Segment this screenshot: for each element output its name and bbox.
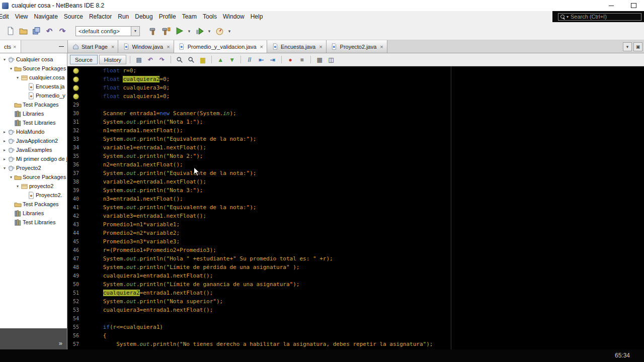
menu-navigate[interactable]: Navigate [31,12,60,22]
line-number[interactable]: 37 [67,169,83,177]
line-number[interactable]: 42 [67,212,83,220]
line-number[interactable]: 38 [67,177,83,186]
tab-close-icon[interactable]: × [260,44,263,50]
code-line[interactable]: 31 System.out.println("Nota 1:"); [67,118,644,126]
tree-expander-icon[interactable]: ▾ [9,66,14,71]
code-line[interactable]: 48 System.out.println("Límite de pérdida… [67,263,644,272]
code-line[interactable]: 35 System.out.println("Nota 2:"); [67,152,644,160]
line-number[interactable]: 56 [67,331,83,340]
code-line[interactable]: 38 variable2=entrada1.nextFloat(); [67,177,644,186]
tree-item-test-libraries[interactable]: Test Libraries [0,118,67,127]
tree-item-source-packages[interactable]: ▾Source Packages [0,64,67,73]
line-number[interactable]: 34 [67,143,83,152]
code-line[interactable]: 44 Promedio2=n2*variable2; [67,229,644,237]
clean-build-project-icon[interactable] [160,25,172,37]
menu-team[interactable]: Team [179,12,200,22]
code-line[interactable]: float r=0; [67,66,644,75]
code-line[interactable]: 40 n3=entrada1.nextFloat(); [67,195,644,203]
tree-expander-icon[interactable]: ▸ [2,148,7,152]
menu-profile[interactable]: Profile [156,12,179,22]
tree-item-javaapplication2[interactable]: ▸JavaApplication2 [0,136,67,145]
line-number[interactable]: 35 [67,152,83,160]
split-document-icon[interactable]: ◫ [326,55,336,65]
menu-window[interactable]: Window [220,12,248,22]
code-line[interactable]: 53 cualquiera3=entrada1.nextFloat(); [67,306,644,314]
tree-expander-icon[interactable]: ▾ [2,166,7,170]
minimize-window-button[interactable] [608,2,615,9]
code-line[interactable]: 39 System.out.println("Nota 3:"); [67,186,644,195]
code-line[interactable]: 52 System.out.println("Nota superior"); [67,297,644,306]
line-number[interactable]: 36 [67,160,83,169]
line-number[interactable]: 30 [67,109,83,118]
tab-promedio-y-validacion-java[interactable]: Promedio_y_validacion.java× [174,40,267,53]
line-number[interactable]: 32 [67,126,83,135]
profile-project-icon[interactable] [213,25,225,37]
back-icon[interactable]: ↶ [145,55,155,65]
tree-item-mi-primer-codigo-de-jav[interactable]: ▸Mi primer codigo de jav [0,154,67,163]
line-number[interactable]: 52 [67,297,83,306]
tree-item-holamundo[interactable]: ▸HolaMundo [0,127,67,136]
code-line[interactable]: 55 if(r<=cualquiera1) [67,323,644,331]
menu-view[interactable]: View [12,12,31,22]
maximize-window-button[interactable] [630,2,637,9]
menu-run[interactable]: Run [115,12,132,22]
tree-item-javaexamples[interactable]: ▸JavaExamples [0,145,67,154]
tab-start-page[interactable]: Start Page× [68,40,118,53]
insert-code-icon[interactable]: ▦ [314,55,325,65]
line-number[interactable]: 33 [67,135,83,143]
build-project-icon[interactable] [147,25,159,37]
last-edited-position-icon[interactable]: ▤ [134,55,144,65]
code-line[interactable]: 57 System.out.println("No tienes derecho… [67,340,644,348]
line-number[interactable]: 44 [67,229,83,237]
tab-proyecto2-java[interactable]: Proyecto2.java× [327,40,387,53]
find-occurrences-icon[interactable] [186,55,196,65]
tree-expander-icon[interactable]: ▾ [15,75,20,80]
tab-close-icon[interactable]: × [111,44,114,50]
history-view-button[interactable]: History [99,55,126,64]
warning-annotation-icon[interactable] [67,66,83,75]
new-file-icon[interactable] [4,25,16,37]
warning-annotation-icon[interactable] [67,92,83,101]
menu-debug[interactable]: Debug [132,12,155,22]
tree-item-libraries[interactable]: Libraries [0,109,67,118]
tree-expander-icon[interactable]: ▾ [9,175,14,179]
forward-icon[interactable]: ↷ [157,55,167,65]
tree-item-cualquier-cosa[interactable]: ▾cualquier.cosa [0,73,67,82]
line-number[interactable]: 57 [67,340,83,348]
line-number[interactable]: 39 [67,186,83,195]
profile-dropdown-icon[interactable]: ▾ [226,25,232,37]
find-selection-icon[interactable] [175,55,185,65]
tree-item-test-packages[interactable]: Test Packages [0,100,67,109]
tree-item-promedio-y[interactable]: Promedio_y [0,91,67,100]
code-line[interactable]: 41 System.out.println("Equivalente de la… [67,203,644,212]
tree-item-proyecto2[interactable]: ▾proyecto2 [0,182,67,191]
line-number[interactable]: 31 [67,118,83,126]
line-number[interactable]: 48 [67,263,83,272]
open-project-icon[interactable] [17,25,29,37]
line-number[interactable]: 50 [67,280,83,289]
tree-expander-icon[interactable]: ▾ [2,57,7,62]
tab-close-icon[interactable]: × [319,44,322,50]
tab-list-button[interactable]: ▾ [623,42,632,51]
tree-item-proyecto2[interactable]: Proyecto2. [0,191,67,200]
line-number[interactable]: 46 [67,246,83,254]
shift-left-icon[interactable]: ⇤ [256,55,266,65]
code-line[interactable]: 47 System.out.println("Hola " +estudiant… [67,254,644,263]
tree-item-proyecto2[interactable]: ▾Proyecto2 [0,163,67,172]
tree-item-test-packages[interactable]: Test Packages [0,200,67,209]
code-line[interactable]: 37 System.out.println("Equivalente de la… [67,169,644,177]
tree-item-source-packages[interactable]: ▾Source Packages [0,172,67,182]
previous-occurrence-icon[interactable]: ▲ [215,55,225,65]
code-line[interactable]: 33 System.out.println("Equivalente de la… [67,135,644,143]
code-line[interactable]: 56 { [67,331,644,340]
code-line[interactable]: 45 Promedio3=n3*variable3; [67,237,644,246]
config-select[interactable]: <default config> ▾ [75,26,140,36]
line-number[interactable]: 53 [67,306,83,314]
config-caret-icon[interactable]: ▾ [131,27,139,36]
stop-macro-recording-icon[interactable]: ■ [297,55,307,65]
tree-item-libraries[interactable]: Libraries [0,209,67,218]
line-number[interactable]: 55 [67,323,83,331]
code-line[interactable]: 46 r=(Promedio1+Promedio2+Promedio3); [67,246,644,254]
code-line[interactable]: 49 cualquiera1=entrada1.nextFloat(); [67,272,644,280]
line-number[interactable]: 47 [67,254,83,263]
